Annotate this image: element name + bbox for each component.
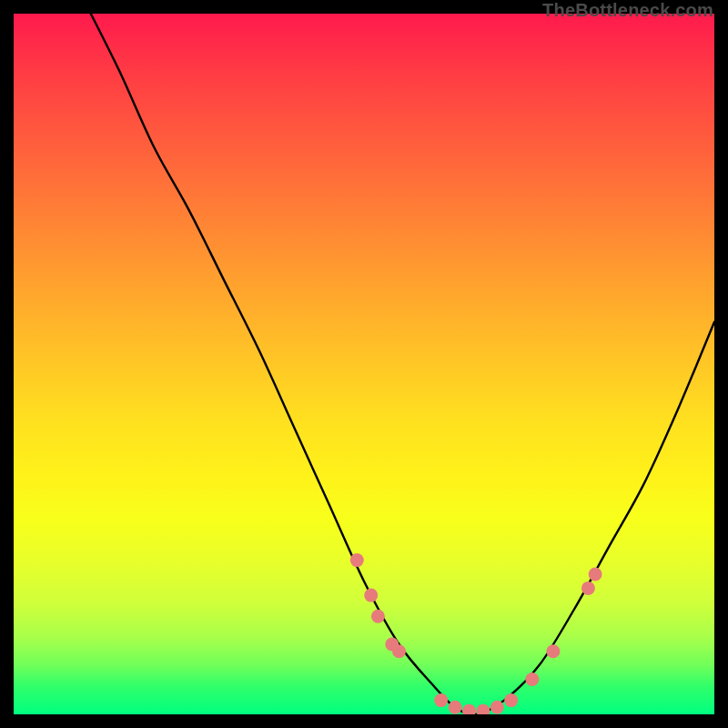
scatter-dot	[589, 568, 602, 581]
chart-plot-area	[14, 14, 714, 714]
scatter-dot	[462, 704, 476, 714]
bottleneck-curve	[14, 14, 714, 714]
scatter-dot	[449, 701, 462, 714]
scatter-dot	[581, 581, 595, 595]
scatter-dot	[434, 693, 448, 707]
scatter-dot	[371, 610, 385, 623]
curve-layer	[14, 14, 714, 714]
scatter-dot	[364, 589, 378, 602]
scatter-dot	[476, 704, 490, 714]
scatter-dot	[350, 553, 364, 567]
scatter-dot	[490, 701, 504, 714]
chart-svg	[14, 14, 714, 714]
attribution-label: TheBottleneck.com	[542, 0, 713, 21]
chart-frame: TheBottleneck.com	[0, 0, 728, 728]
scatter-dot	[525, 672, 539, 686]
scatter-dot	[392, 644, 406, 658]
scatter-layer	[350, 553, 602, 714]
scatter-dot	[504, 693, 518, 707]
scatter-dot	[546, 644, 560, 658]
